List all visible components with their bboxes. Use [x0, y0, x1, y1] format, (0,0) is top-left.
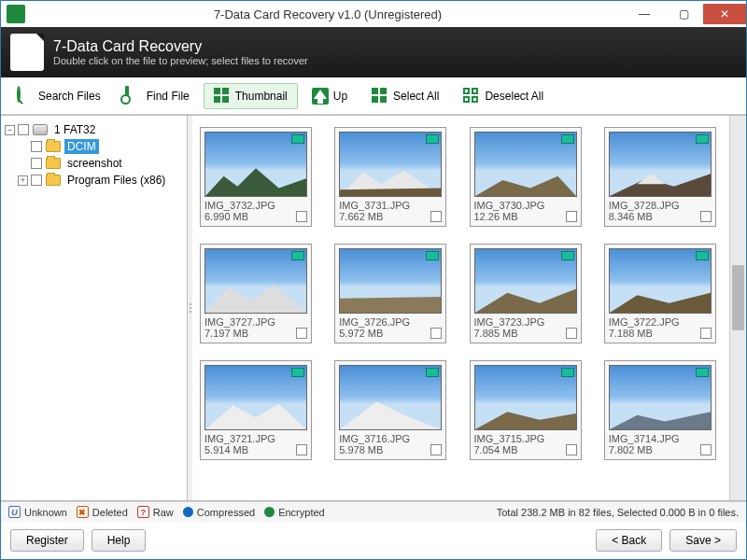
thumbnail-item[interactable]: IMG_3732.JPG6.990 MB	[200, 127, 312, 227]
svg-marker-11	[340, 401, 441, 429]
tree-folder-row[interactable]: +Program Files (x86)	[5, 172, 183, 189]
thumbnail-checkbox[interactable]	[566, 211, 577, 222]
thumbnail-item[interactable]: IMG_3730.JPG12.26 MB	[470, 127, 582, 227]
drive-checkbox[interactable]	[18, 124, 29, 135]
thumbnail-filename: IMG_3714.JPG	[609, 433, 712, 444]
back-button[interactable]: < Back	[596, 529, 662, 552]
image-badge-icon	[426, 368, 439, 377]
thumbnail-item[interactable]: IMG_3714.JPG7.802 MB	[604, 360, 716, 460]
close-button[interactable]: ✕	[703, 4, 746, 24]
register-button[interactable]: Register	[10, 529, 84, 552]
statusbar: UUnknown ✖Deleted ?Raw Compressed Encryp…	[1, 501, 746, 522]
svg-marker-3	[475, 176, 576, 196]
tree-folder-row[interactable]: DCIM	[5, 138, 183, 155]
thumbnail-size: 6.990 MB	[204, 211, 248, 222]
thumbnail-item[interactable]: IMG_3721.JPG5.914 MB	[200, 360, 312, 460]
thumbnail-item[interactable]: IMG_3731.JPG7.662 MB	[334, 127, 446, 227]
thumbnail-image[interactable]	[474, 365, 577, 430]
image-badge-icon	[696, 251, 709, 260]
window-title: 7-Data Card Recovery v1.0 (Unregistered)	[31, 7, 625, 21]
titlebar: 7-Data Card Recovery v1.0 (Unregistered)…	[1, 1, 746, 27]
collapse-icon[interactable]: −	[5, 125, 15, 135]
tree-drive-row[interactable]: − 1 FAT32	[5, 121, 183, 138]
folder-checkbox[interactable]	[31, 141, 42, 152]
image-badge-icon	[696, 134, 709, 144]
thumbnail-image[interactable]	[474, 248, 577, 314]
thumbnail-image[interactable]	[339, 248, 442, 314]
tree-folder-row[interactable]: screenshot	[5, 155, 183, 172]
thumbnail-image[interactable]	[204, 132, 307, 197]
folder-checkbox[interactable]	[31, 175, 42, 186]
thumbnail-item[interactable]: IMG_3716.JPG5.978 MB	[334, 360, 446, 460]
thumbnail-item[interactable]: IMG_3727.JPG7.197 MB	[200, 244, 312, 343]
help-button[interactable]: Help	[92, 529, 147, 552]
thumbnail-checkbox[interactable]	[430, 444, 442, 455]
folder-label[interactable]: Program Files (x86)	[64, 173, 168, 188]
thumbnail-button[interactable]: Thumbnail	[204, 83, 298, 109]
svg-marker-13	[610, 412, 711, 429]
vertical-scrollbar[interactable]	[729, 116, 746, 500]
svg-marker-6	[205, 285, 306, 313]
select-all-button[interactable]: Select All	[361, 83, 449, 109]
folder-checkbox[interactable]	[31, 158, 42, 169]
svg-marker-5	[637, 174, 664, 184]
svg-marker-9	[610, 293, 711, 313]
deselect-all-button[interactable]: Deselect All	[453, 83, 554, 109]
folder-label[interactable]: screenshot	[64, 156, 125, 171]
thumbnail-item[interactable]: IMG_3728.JPG8.346 MB	[604, 127, 716, 227]
folder-label[interactable]: DCIM	[64, 139, 99, 154]
thumbnail-image[interactable]	[204, 248, 307, 314]
thumbnail-checkbox[interactable]	[296, 444, 307, 455]
thumbnail-filename: IMG_3721.JPG	[204, 433, 307, 444]
toolbar: Search Files Find File Thumbnail Up Sele…	[1, 77, 746, 115]
thumbnail-image[interactable]	[204, 365, 307, 430]
thumbnail-item[interactable]: IMG_3722.JPG7.188 MB	[604, 244, 716, 343]
thumbnail-checkbox[interactable]	[700, 328, 712, 339]
folder-tree[interactable]: − 1 FAT32 DCIMscreenshot+Program Files (…	[1, 116, 188, 500]
thumbnail-image[interactable]	[474, 132, 577, 197]
thumbnail-image[interactable]	[609, 365, 712, 430]
thumbnail-image[interactable]	[609, 248, 712, 314]
minimize-button[interactable]: —	[625, 4, 664, 24]
thumbnail-checkbox[interactable]	[296, 328, 307, 339]
search-files-button[interactable]: Search Files	[7, 83, 111, 109]
maximize-button[interactable]: ▢	[664, 4, 703, 24]
thumbnail-item[interactable]: IMG_3726.JPG5.972 MB	[334, 244, 446, 343]
thumbnail-checkbox[interactable]	[430, 211, 442, 222]
thumbnail-filename: IMG_3727.JPG	[204, 316, 307, 328]
expand-icon[interactable]: +	[18, 175, 28, 186]
thumbnail-size: 8.346 MB	[609, 211, 653, 222]
thumbnail-item[interactable]: IMG_3715.JPG7.054 MB	[470, 360, 582, 460]
thumbnail-image[interactable]	[339, 365, 442, 430]
image-badge-icon	[561, 134, 574, 144]
save-button[interactable]: Save >	[669, 529, 737, 552]
thumbnail-image[interactable]	[339, 132, 442, 197]
thumbnail-size: 5.914 MB	[204, 444, 248, 455]
thumbnail-size: 12.26 MB	[474, 211, 518, 222]
thumbnail-size: 7.662 MB	[339, 211, 383, 222]
image-badge-icon	[561, 251, 574, 260]
legend-raw: ?Raw	[137, 506, 174, 518]
sdcard-icon	[10, 34, 44, 71]
folder-icon	[46, 175, 61, 186]
thumbnail-checkbox[interactable]	[430, 328, 442, 339]
thumbnail-filename: IMG_3715.JPG	[474, 433, 577, 444]
thumbnail-grid: IMG_3732.JPG6.990 MBIMG_3731.JPG7.662 MB…	[192, 116, 729, 500]
up-button[interactable]: Up	[302, 83, 358, 109]
thumbnail-checkbox[interactable]	[566, 444, 577, 455]
thumbnail-image[interactable]	[609, 132, 712, 197]
drive-label[interactable]: 1 FAT32	[51, 122, 98, 137]
scrollbar-thumb[interactable]	[732, 265, 744, 330]
thumbnail-checkbox[interactable]	[296, 211, 307, 222]
find-file-button[interactable]: Find File	[115, 83, 200, 109]
status-summary: Total 238.2 MB in 82 files, Selected 0.0…	[497, 507, 739, 518]
thumbnail-icon	[214, 88, 231, 103]
thumbnail-checkbox[interactable]	[700, 444, 712, 455]
image-badge-icon	[426, 251, 439, 260]
thumbnail-size: 7.802 MB	[609, 444, 653, 455]
search-icon	[17, 86, 21, 103]
thumbnail-checkbox[interactable]	[566, 328, 577, 339]
thumbnail-size: 7.885 MB	[474, 328, 518, 339]
thumbnail-checkbox[interactable]	[700, 211, 712, 222]
thumbnail-item[interactable]: IMG_3723.JPG7.885 MB	[470, 244, 582, 343]
